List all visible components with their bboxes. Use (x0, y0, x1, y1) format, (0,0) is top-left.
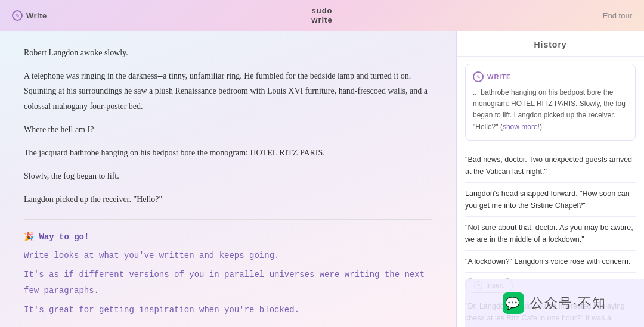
suggestion-section: 🎉 Way to go! Write looks at what you've … (24, 232, 432, 328)
suggestion-line-2: It's as if different versions of you in … (24, 267, 432, 298)
show-more-link[interactable]: show more (503, 123, 538, 131)
navbar-title: sudo write (311, 6, 332, 24)
divider (24, 219, 432, 220)
suggestion-line-3: It's great for getting inspiration when … (24, 302, 432, 318)
navbar: ✎ Write sudo write End tour (0, 0, 644, 31)
navbar-write: write (311, 15, 332, 24)
editor-panel: Robert Langdon awoke slowly. A telephone… (0, 31, 456, 327)
watermark-text: 公众号·不知 (530, 294, 606, 312)
paragraph-1: Robert Langdon awoke slowly. (24, 45, 432, 60)
paragraph-2: A telephone was ringing in the darkness-… (24, 68, 432, 114)
suggestion-line-1: Write looks at what you've written and k… (24, 248, 432, 264)
history-header: History (457, 31, 644, 57)
history-entry-1: "Bad news, doctor. Two unexpected guests… (465, 149, 636, 183)
history-entries-group1: "Bad news, doctor. Two unexpected guests… (465, 149, 636, 273)
navbar-logo: ✎ Write (12, 10, 47, 21)
navbar-center: sudo write (311, 6, 332, 24)
paragraph-4: The jacquard bathrobe hanging on his bed… (24, 145, 432, 160)
write-card-icon: ✎ (473, 71, 484, 82)
suggestion-title: 🎉 Way to go! (24, 232, 432, 242)
watermark: 💬 公众号·不知 (465, 279, 644, 327)
show-more-suffix: ! (538, 123, 540, 131)
write-card-body: ... bathrobe hanging on his bedpost bore… (473, 88, 626, 131)
write-card-label: WRITE (487, 73, 511, 80)
history-entry-4: "A lockdown?" Langdon's voice rose with … (465, 251, 636, 273)
paragraph-6: Langdon picked up the receiver. "Hello?" (24, 192, 432, 207)
write-card: ✎ WRITE ... bathrobe hanging on his bedp… (465, 64, 636, 141)
history-entry-2: Langdon's head snapped forward. "How soo… (465, 183, 636, 217)
write-logo-icon: ✎ (12, 10, 23, 21)
paragraph-3: Where the hell am I? (24, 122, 432, 137)
history-title: History (534, 40, 566, 49)
navbar-sudo: sudo (311, 6, 332, 15)
suggestion-bold: Next, scroll through the Write suggestio… (24, 324, 432, 327)
paragraph-5: Slowly, the fog began to lift. (24, 169, 432, 183)
write-card-text: ... bathrobe hanging on his bedpost bore… (473, 87, 628, 133)
write-card-header: ✎ WRITE (473, 71, 628, 82)
watermark-icon: 💬 (503, 292, 524, 314)
editor-text: Robert Langdon awoke slowly. A telephone… (24, 45, 432, 207)
navbar-write-label[interactable]: Write (26, 11, 47, 20)
history-entry-3: "Not sure about that, doctor. As you may… (465, 217, 636, 251)
end-tour-button[interactable]: End tour (603, 11, 632, 20)
